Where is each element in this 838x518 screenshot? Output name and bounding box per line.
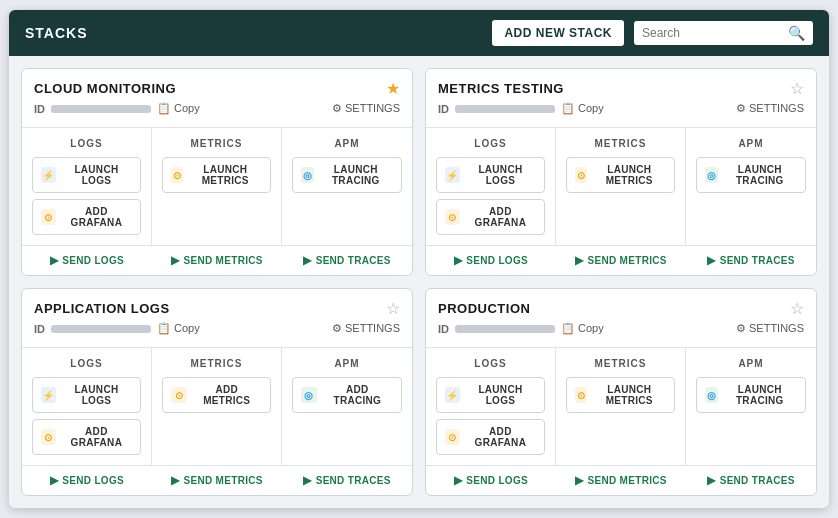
search-icon: 🔍: [788, 25, 805, 41]
send-arrow-icon: ▶: [171, 474, 179, 487]
send-arrow-icon: ▶: [171, 254, 179, 267]
star-icon-cloud-monitoring[interactable]: ★: [386, 79, 400, 98]
service-btn-production-1-0[interactable]: ⊙LAUNCH METRICS: [566, 377, 675, 413]
btn-icon-apm: ◎: [705, 167, 718, 183]
btn-icon-logs: ⚡: [445, 167, 460, 183]
services-grid-application-logs: LOGS⚡LAUNCH LOGS⊙ADD GRAFANAMETRICS⊙ADD …: [22, 347, 412, 465]
service-btn-production-0-0[interactable]: ⚡LAUNCH LOGS: [436, 377, 545, 413]
service-btn-metrics-testing-0-0[interactable]: ⚡LAUNCH LOGS: [436, 157, 545, 193]
send-button-production-1[interactable]: ▶SEND METRICS: [556, 474, 686, 487]
services-grid-production: LOGS⚡LAUNCH LOGS⊙ADD GRAFANAMETRICS⊙LAUN…: [426, 347, 816, 465]
btn-label: LAUNCH TRACING: [723, 164, 797, 186]
btn-icon-logs: ⚡: [41, 387, 56, 403]
settings-button-cloud-monitoring[interactable]: ⚙ SETTINGS: [332, 102, 400, 115]
service-btn-application-logs-0-1[interactable]: ⊙ADD GRAFANA: [32, 419, 141, 455]
service-col-title-application-logs-2: APM: [292, 358, 402, 369]
btn-icon-metrics: ⊙: [575, 387, 587, 403]
id-bar-cloud-monitoring: [51, 105, 151, 113]
btn-icon-metrics: ⊙: [171, 167, 183, 183]
service-btn-cloud-monitoring-0-0[interactable]: ⚡LAUNCH LOGS: [32, 157, 141, 193]
send-button-production-0[interactable]: ▶SEND LOGS: [426, 474, 556, 487]
btn-icon-metrics: ⊙: [575, 167, 587, 183]
stack-name-metrics-testing: METRICS TESTING: [438, 81, 564, 96]
settings-button-application-logs[interactable]: ⚙ SETTINGS: [332, 322, 400, 335]
send-button-application-logs-2[interactable]: ▶SEND TRACES: [282, 474, 412, 487]
send-button-metrics-testing-1[interactable]: ▶SEND METRICS: [556, 254, 686, 267]
btn-label: LAUNCH TRACING: [319, 164, 393, 186]
service-col-production-0: LOGS⚡LAUNCH LOGS⊙ADD GRAFANA: [426, 348, 556, 465]
service-col-title-production-1: METRICS: [566, 358, 675, 369]
stack-id-row-cloud-monitoring: ID📋 Copy⚙ SETTINGS: [34, 102, 400, 115]
service-btn-metrics-testing-0-1[interactable]: ⊙ADD GRAFANA: [436, 199, 545, 235]
service-btn-cloud-monitoring-1-0[interactable]: ⊙LAUNCH METRICS: [162, 157, 271, 193]
send-button-cloud-monitoring-1[interactable]: ▶SEND METRICS: [152, 254, 282, 267]
send-button-metrics-testing-2[interactable]: ▶SEND TRACES: [686, 254, 816, 267]
service-col-title-cloud-monitoring-1: METRICS: [162, 138, 271, 149]
btn-label: LAUNCH LOGS: [61, 384, 132, 406]
service-col-title-metrics-testing-1: METRICS: [566, 138, 675, 149]
btn-icon-grafana: ⊙: [41, 429, 56, 445]
stack-title-row-metrics-testing: METRICS TESTING☆: [438, 79, 804, 98]
send-button-production-2[interactable]: ▶SEND TRACES: [686, 474, 816, 487]
send-arrow-icon: ▶: [707, 474, 715, 487]
stack-id-row-production: ID📋 Copy⚙ SETTINGS: [438, 322, 804, 335]
star-icon-metrics-testing[interactable]: ☆: [790, 79, 804, 98]
btn-label: ADD TRACING: [322, 384, 393, 406]
stack-name-application-logs: APPLICATION LOGS: [34, 301, 170, 316]
copy-button-application-logs[interactable]: 📋 Copy: [157, 322, 200, 335]
service-col-cloud-monitoring-2: APM◎LAUNCH TRACING: [282, 128, 412, 245]
settings-button-metrics-testing[interactable]: ⚙ SETTINGS: [736, 102, 804, 115]
stacks-grid: CLOUD MONITORING★ID📋 Copy⚙ SETTINGSLOGS⚡…: [9, 56, 829, 508]
send-arrow-icon: ▶: [50, 254, 58, 267]
service-btn-cloud-monitoring-0-1[interactable]: ⊙ADD GRAFANA: [32, 199, 141, 235]
send-button-cloud-monitoring-0[interactable]: ▶SEND LOGS: [22, 254, 152, 267]
send-arrow-icon: ▶: [575, 254, 583, 267]
stack-header-production: PRODUCTION☆ID📋 Copy⚙ SETTINGS: [426, 289, 816, 341]
add-new-stack-button[interactable]: ADD NEW STACK: [492, 20, 624, 46]
send-arrow-icon: ▶: [50, 474, 58, 487]
search-input[interactable]: [642, 26, 782, 40]
btn-label: ADD METRICS: [192, 384, 263, 406]
service-col-title-metrics-testing-2: APM: [696, 138, 806, 149]
send-button-cloud-monitoring-2[interactable]: ▶SEND TRACES: [282, 254, 412, 267]
btn-label: LAUNCH LOGS: [61, 164, 132, 186]
service-btn-application-logs-1-0[interactable]: ⊙ADD METRICS: [162, 377, 271, 413]
service-btn-application-logs-2-0[interactable]: ◎ADD TRACING: [292, 377, 402, 413]
btn-label: LAUNCH LOGS: [465, 164, 536, 186]
settings-button-production[interactable]: ⚙ SETTINGS: [736, 322, 804, 335]
service-btn-metrics-testing-2-0[interactable]: ◎LAUNCH TRACING: [696, 157, 806, 193]
service-btn-cloud-monitoring-2-0[interactable]: ◎LAUNCH TRACING: [292, 157, 402, 193]
stack-header-metrics-testing: METRICS TESTING☆ID📋 Copy⚙ SETTINGS: [426, 69, 816, 121]
service-btn-production-2-0[interactable]: ◎LAUNCH TRACING: [696, 377, 806, 413]
service-btn-application-logs-0-0[interactable]: ⚡LAUNCH LOGS: [32, 377, 141, 413]
services-grid-metrics-testing: LOGS⚡LAUNCH LOGS⊙ADD GRAFANAMETRICS⊙LAUN…: [426, 127, 816, 245]
btn-label: ADD GRAFANA: [61, 206, 132, 228]
service-btn-production-0-1[interactable]: ⊙ADD GRAFANA: [436, 419, 545, 455]
send-button-application-logs-0[interactable]: ▶SEND LOGS: [22, 474, 152, 487]
id-label-application-logs: ID: [34, 323, 45, 335]
service-col-title-cloud-monitoring-0: LOGS: [32, 138, 141, 149]
copy-button-cloud-monitoring[interactable]: 📋 Copy: [157, 102, 200, 115]
app-container: STACKS ADD NEW STACK 🔍 CLOUD MONITORING★…: [9, 10, 829, 508]
service-btn-metrics-testing-1-0[interactable]: ⊙LAUNCH METRICS: [566, 157, 675, 193]
send-arrow-icon: ▶: [303, 474, 311, 487]
send-row-cloud-monitoring: ▶SEND LOGS▶SEND METRICS▶SEND TRACES: [22, 245, 412, 275]
id-bar-production: [455, 325, 555, 333]
send-arrow-icon: ▶: [454, 254, 462, 267]
btn-label: LAUNCH METRICS: [592, 164, 666, 186]
send-button-metrics-testing-0[interactable]: ▶SEND LOGS: [426, 254, 556, 267]
btn-label: LAUNCH METRICS: [592, 384, 666, 406]
copy-button-metrics-testing[interactable]: 📋 Copy: [561, 102, 604, 115]
service-col-cloud-monitoring-1: METRICS⊙LAUNCH METRICS: [152, 128, 282, 245]
send-arrow-icon: ▶: [454, 474, 462, 487]
btn-label: ADD GRAFANA: [465, 426, 536, 448]
stack-name-cloud-monitoring: CLOUD MONITORING: [34, 81, 176, 96]
btn-label: LAUNCH LOGS: [465, 384, 536, 406]
stack-id-row-metrics-testing: ID📋 Copy⚙ SETTINGS: [438, 102, 804, 115]
send-button-application-logs-1[interactable]: ▶SEND METRICS: [152, 474, 282, 487]
star-icon-application-logs[interactable]: ☆: [386, 299, 400, 318]
header-title: STACKS: [25, 25, 88, 41]
btn-icon-grafana: ⊙: [41, 209, 56, 225]
star-icon-production[interactable]: ☆: [790, 299, 804, 318]
copy-button-production[interactable]: 📋 Copy: [561, 322, 604, 335]
